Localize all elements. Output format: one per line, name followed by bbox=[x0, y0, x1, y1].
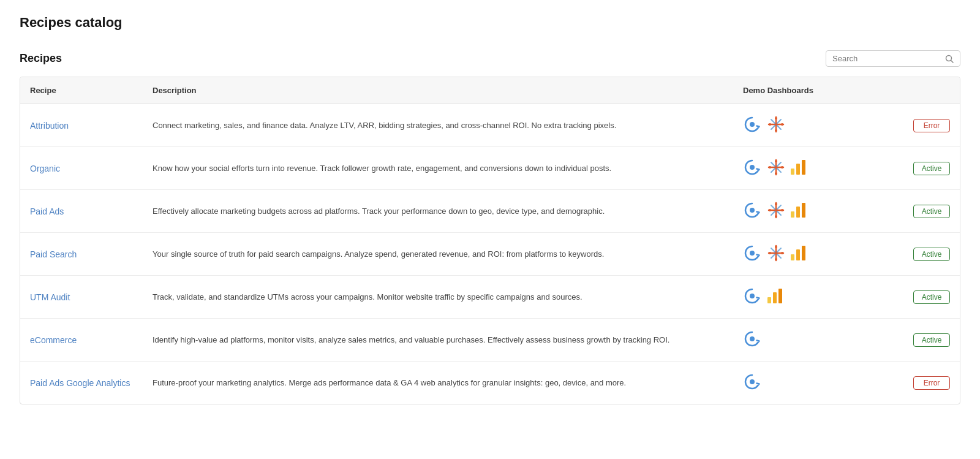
recipe-description-cell: Connect marketing, sales, and finance da… bbox=[143, 104, 733, 147]
svg-point-43 bbox=[775, 252, 777, 254]
svg-point-38 bbox=[750, 251, 755, 256]
tableau-icon[interactable] bbox=[767, 159, 785, 178]
recipe-name-cell: eCommerce bbox=[20, 319, 143, 362]
svg-point-45 bbox=[775, 258, 777, 260]
svg-point-21 bbox=[781, 166, 783, 169]
section-title: Recipes bbox=[20, 52, 62, 65]
svg-point-9 bbox=[775, 129, 777, 132]
powerbi-icon[interactable] bbox=[791, 245, 805, 264]
recipe-name-cell: Attribution bbox=[20, 104, 143, 147]
demo-dashboards-cell bbox=[733, 190, 886, 233]
status-cell: Error bbox=[886, 104, 960, 147]
svg-rect-50 bbox=[802, 246, 805, 260]
svg-point-55 bbox=[750, 336, 755, 341]
recipe-description-text: Effectively allocate marketing budgets a… bbox=[153, 207, 605, 216]
table-header-row: Recipe Description Demo Dashboards bbox=[20, 77, 960, 104]
table-row: eCommerceIdentify high-value ad platform… bbox=[20, 319, 960, 362]
recipe-name-cell: Paid Ads Google Analytics bbox=[20, 362, 143, 404]
search-input[interactable] bbox=[832, 54, 945, 63]
recipe-link-attribution[interactable]: Attribution bbox=[30, 121, 69, 131]
gooddata-icon[interactable] bbox=[743, 201, 761, 221]
gooddata-icon[interactable] bbox=[743, 330, 761, 350]
recipe-link-paid-ads-ga[interactable]: Paid Ads Google Analytics bbox=[30, 378, 130, 388]
demo-dashboards-cell bbox=[733, 147, 886, 190]
recipe-description-cell: Know how your social efforts turn into r… bbox=[143, 147, 733, 190]
status-badge: Active bbox=[913, 290, 950, 304]
recipe-description-cell: Track, validate, and standardize UTMs ac… bbox=[143, 276, 733, 319]
svg-point-25 bbox=[750, 208, 755, 213]
table-row: OrganicKnow how your social efforts turn… bbox=[20, 147, 960, 190]
status-badge: Error bbox=[913, 376, 950, 390]
recipes-table-wrapper: Recipe Description Demo Dashboards Attri… bbox=[20, 77, 960, 404]
gooddata-icon[interactable] bbox=[743, 373, 761, 393]
svg-rect-36 bbox=[796, 207, 800, 218]
svg-rect-22 bbox=[791, 169, 794, 175]
gooddata-icon[interactable] bbox=[743, 287, 761, 307]
recipe-description-cell: Your single source of truth for paid sea… bbox=[143, 233, 733, 276]
recipe-description-text: Future-proof your marketing analytics. M… bbox=[153, 378, 626, 387]
svg-point-56 bbox=[750, 379, 755, 384]
status-cell: Active bbox=[886, 233, 960, 276]
tableau-icon[interactable] bbox=[767, 116, 785, 135]
svg-point-47 bbox=[781, 252, 783, 254]
recipe-name-cell: Organic bbox=[20, 147, 143, 190]
powerbi-icon[interactable] bbox=[767, 287, 782, 306]
svg-rect-49 bbox=[796, 249, 800, 260]
status-badge: Active bbox=[913, 248, 950, 261]
gooddata-icon[interactable] bbox=[743, 115, 761, 135]
svg-point-44 bbox=[775, 246, 777, 248]
svg-point-10 bbox=[769, 123, 771, 126]
status-cell: Active bbox=[886, 319, 960, 362]
demo-dashboards-cell bbox=[733, 233, 886, 276]
svg-point-12 bbox=[750, 165, 755, 170]
recipe-link-paid-search[interactable]: Paid Search bbox=[30, 249, 77, 259]
svg-rect-54 bbox=[778, 289, 782, 303]
svg-point-17 bbox=[775, 166, 777, 169]
recipe-name-cell: UTM Audit bbox=[20, 276, 143, 319]
recipe-description-cell: Effectively allocate marketing budgets a… bbox=[143, 190, 733, 233]
table-row: Paid SearchYour single source of truth f… bbox=[20, 233, 960, 276]
svg-point-34 bbox=[781, 209, 783, 211]
tableau-icon[interactable] bbox=[767, 202, 785, 221]
col-header-demo: Demo Dashboards bbox=[733, 77, 886, 104]
recipe-description-cell: Identify high-value ad platforms, monito… bbox=[143, 319, 733, 362]
tableau-icon[interactable] bbox=[767, 245, 785, 264]
status-badge: Active bbox=[913, 333, 950, 347]
search-button[interactable] bbox=[945, 55, 954, 63]
search-container bbox=[826, 50, 960, 67]
table-row: Paid AdsEffectively allocate marketing b… bbox=[20, 190, 960, 233]
recipes-table: Recipe Description Demo Dashboards Attri… bbox=[20, 77, 960, 404]
page-title: Recipes catalog bbox=[20, 15, 960, 31]
svg-point-30 bbox=[775, 209, 777, 211]
svg-point-33 bbox=[769, 209, 771, 211]
recipe-description-text: Track, validate, and standardize UTMs ac… bbox=[153, 292, 582, 302]
powerbi-icon[interactable] bbox=[791, 159, 805, 178]
table-row: AttributionConnect marketing, sales, and… bbox=[20, 104, 960, 147]
recipe-description-text: Your single source of truth for paid sea… bbox=[153, 249, 604, 259]
col-header-status bbox=[886, 77, 960, 104]
svg-point-20 bbox=[769, 166, 771, 169]
svg-point-18 bbox=[775, 160, 777, 162]
status-badge: Active bbox=[913, 162, 950, 175]
recipe-name-cell: Paid Ads bbox=[20, 190, 143, 233]
svg-point-8 bbox=[775, 117, 777, 119]
svg-line-1 bbox=[951, 60, 954, 63]
recipe-link-utm-audit[interactable]: UTM Audit bbox=[30, 292, 70, 302]
powerbi-icon[interactable] bbox=[791, 202, 805, 221]
recipe-link-organic[interactable]: Organic bbox=[30, 164, 60, 173]
svg-point-2 bbox=[750, 122, 755, 127]
status-cell: Error bbox=[886, 362, 960, 404]
svg-rect-48 bbox=[791, 254, 794, 260]
demo-dashboards-cell bbox=[733, 319, 886, 362]
svg-rect-23 bbox=[796, 164, 800, 175]
recipe-link-paid-ads[interactable]: Paid Ads bbox=[30, 207, 64, 216]
status-cell: Active bbox=[886, 190, 960, 233]
svg-rect-53 bbox=[773, 292, 777, 303]
status-badge: Error bbox=[913, 119, 950, 132]
gooddata-icon[interactable] bbox=[743, 244, 761, 264]
svg-point-11 bbox=[781, 123, 783, 126]
demo-dashboards-cell bbox=[733, 276, 886, 319]
recipe-link-ecommerce[interactable]: eCommerce bbox=[30, 335, 77, 345]
gooddata-icon[interactable] bbox=[743, 158, 761, 178]
col-header-recipe: Recipe bbox=[20, 77, 143, 104]
